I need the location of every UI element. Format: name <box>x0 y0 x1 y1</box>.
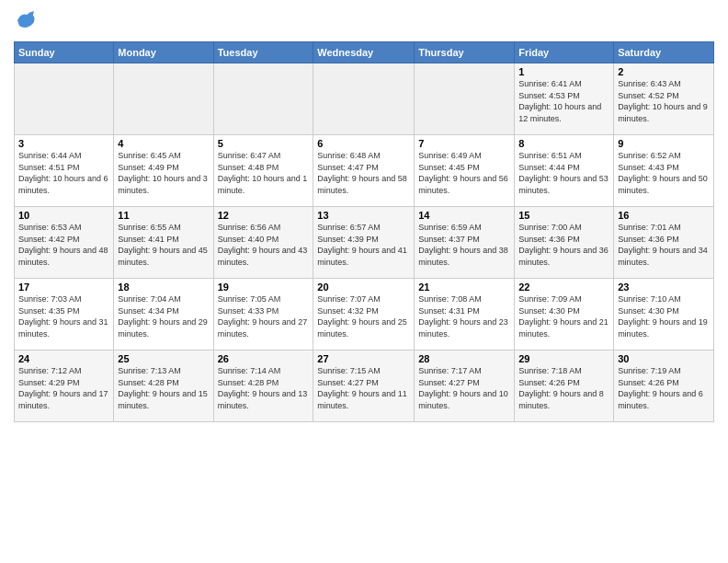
day-number: 18 <box>118 282 209 293</box>
logo <box>14 9 36 34</box>
day-info: Sunrise: 7:12 AMSunset: 4:29 PMDaylight:… <box>18 366 108 410</box>
day-info: Sunrise: 6:53 AMSunset: 4:42 PMDaylight:… <box>18 223 108 267</box>
logo-icon <box>16 9 36 29</box>
day-number: 14 <box>418 210 510 221</box>
day-info: Sunrise: 7:08 AMSunset: 4:31 PMDaylight:… <box>418 294 508 339</box>
day-info: Sunrise: 7:19 AMSunset: 4:26 PMDaylight:… <box>618 366 703 410</box>
calendar-cell: 13Sunrise: 6:57 AMSunset: 4:39 PMDayligh… <box>313 207 415 279</box>
week-row-2: 3Sunrise: 6:44 AMSunset: 4:51 PMDaylight… <box>15 135 714 207</box>
calendar-cell: 18Sunrise: 7:04 AMSunset: 4:34 PMDayligh… <box>114 279 213 350</box>
calendar-cell <box>15 63 114 135</box>
week-row-5: 24Sunrise: 7:12 AMSunset: 4:29 PMDayligh… <box>15 350 714 422</box>
day-number: 8 <box>518 138 609 149</box>
logo-text <box>14 9 36 34</box>
calendar-cell: 5Sunrise: 6:47 AMSunset: 4:48 PMDaylight… <box>213 135 313 207</box>
weekday-saturday: Saturday <box>614 42 714 63</box>
weekday-thursday: Thursday <box>415 42 515 63</box>
day-info: Sunrise: 6:52 AMSunset: 4:43 PMDaylight:… <box>618 151 708 195</box>
day-number: 12 <box>218 210 310 221</box>
day-info: Sunrise: 6:51 AMSunset: 4:44 PMDaylight:… <box>518 151 609 195</box>
calendar-cell: 21Sunrise: 7:08 AMSunset: 4:31 PMDayligh… <box>415 279 515 350</box>
weekday-monday: Monday <box>114 42 213 63</box>
day-number: 24 <box>18 353 109 364</box>
day-info: Sunrise: 7:00 AMSunset: 4:36 PMDaylight:… <box>518 223 609 267</box>
day-number: 16 <box>618 210 710 221</box>
weekday-sunday: Sunday <box>15 42 114 63</box>
day-info: Sunrise: 7:09 AMSunset: 4:30 PMDaylight:… <box>518 294 609 339</box>
calendar-cell: 19Sunrise: 7:05 AMSunset: 4:33 PMDayligh… <box>213 279 313 350</box>
day-info: Sunrise: 6:41 AMSunset: 4:53 PMDaylight:… <box>518 79 601 123</box>
calendar-cell: 29Sunrise: 7:18 AMSunset: 4:26 PMDayligh… <box>515 350 614 422</box>
day-number: 19 <box>218 282 310 293</box>
calendar-cell: 9Sunrise: 6:52 AMSunset: 4:43 PMDaylight… <box>614 135 714 207</box>
day-number: 13 <box>317 210 410 221</box>
calendar-cell: 24Sunrise: 7:12 AMSunset: 4:29 PMDayligh… <box>15 350 114 422</box>
day-info: Sunrise: 6:45 AMSunset: 4:49 PMDaylight:… <box>118 151 208 195</box>
day-info: Sunrise: 7:13 AMSunset: 4:28 PMDaylight:… <box>118 366 208 410</box>
weekday-header-row: SundayMondayTuesdayWednesdayThursdayFrid… <box>15 42 714 63</box>
day-info: Sunrise: 7:17 AMSunset: 4:27 PMDaylight:… <box>418 366 508 410</box>
day-number: 23 <box>618 282 710 293</box>
day-info: Sunrise: 7:03 AMSunset: 4:35 PMDaylight:… <box>18 294 108 339</box>
day-number: 1 <box>518 66 609 77</box>
page-header <box>14 9 714 34</box>
calendar-cell: 30Sunrise: 7:19 AMSunset: 4:26 PMDayligh… <box>614 350 714 422</box>
day-number: 3 <box>18 138 109 149</box>
calendar-cell: 14Sunrise: 6:59 AMSunset: 4:37 PMDayligh… <box>415 207 515 279</box>
day-info: Sunrise: 7:01 AMSunset: 4:36 PMDaylight:… <box>618 223 708 267</box>
day-info: Sunrise: 6:55 AMSunset: 4:41 PMDaylight:… <box>118 223 208 267</box>
calendar-cell: 8Sunrise: 6:51 AMSunset: 4:44 PMDaylight… <box>515 135 614 207</box>
day-info: Sunrise: 7:05 AMSunset: 4:33 PMDaylight:… <box>218 294 308 339</box>
calendar-cell: 26Sunrise: 7:14 AMSunset: 4:28 PMDayligh… <box>213 350 313 422</box>
day-info: Sunrise: 7:04 AMSunset: 4:34 PMDaylight:… <box>118 294 208 339</box>
day-number: 7 <box>418 138 510 149</box>
day-number: 20 <box>317 282 410 293</box>
page-container: SundayMondayTuesdayWednesdayThursdayFrid… <box>0 0 728 431</box>
day-info: Sunrise: 6:49 AMSunset: 4:45 PMDaylight:… <box>418 151 508 195</box>
weekday-wednesday: Wednesday <box>313 42 415 63</box>
calendar-cell: 12Sunrise: 6:56 AMSunset: 4:40 PMDayligh… <box>213 207 313 279</box>
day-number: 5 <box>218 138 310 149</box>
day-info: Sunrise: 6:57 AMSunset: 4:39 PMDaylight:… <box>317 223 407 267</box>
calendar-cell <box>213 63 313 135</box>
calendar-cell: 25Sunrise: 7:13 AMSunset: 4:28 PMDayligh… <box>114 350 213 422</box>
day-number: 28 <box>418 353 510 364</box>
week-row-1: 1Sunrise: 6:41 AMSunset: 4:53 PMDaylight… <box>15 63 714 135</box>
calendar-cell <box>114 63 213 135</box>
calendar-cell <box>313 63 415 135</box>
day-info: Sunrise: 7:14 AMSunset: 4:28 PMDaylight:… <box>218 366 308 410</box>
day-number: 21 <box>418 282 510 293</box>
calendar-cell: 7Sunrise: 6:49 AMSunset: 4:45 PMDaylight… <box>415 135 515 207</box>
calendar-cell: 1Sunrise: 6:41 AMSunset: 4:53 PMDaylight… <box>515 63 614 135</box>
day-info: Sunrise: 7:18 AMSunset: 4:26 PMDaylight:… <box>518 366 604 410</box>
calendar-cell: 22Sunrise: 7:09 AMSunset: 4:30 PMDayligh… <box>515 279 614 350</box>
day-number: 9 <box>618 138 710 149</box>
calendar-cell: 4Sunrise: 6:45 AMSunset: 4:49 PMDaylight… <box>114 135 213 207</box>
calendar-cell: 11Sunrise: 6:55 AMSunset: 4:41 PMDayligh… <box>114 207 213 279</box>
calendar-cell: 23Sunrise: 7:10 AMSunset: 4:30 PMDayligh… <box>614 279 714 350</box>
day-number: 11 <box>118 210 209 221</box>
calendar-cell: 6Sunrise: 6:48 AMSunset: 4:47 PMDaylight… <box>313 135 415 207</box>
weekday-friday: Friday <box>515 42 614 63</box>
calendar-cell: 28Sunrise: 7:17 AMSunset: 4:27 PMDayligh… <box>415 350 515 422</box>
day-info: Sunrise: 6:48 AMSunset: 4:47 PMDaylight:… <box>317 151 407 195</box>
calendar-cell: 27Sunrise: 7:15 AMSunset: 4:27 PMDayligh… <box>313 350 415 422</box>
day-number: 25 <box>118 353 209 364</box>
day-number: 2 <box>618 66 710 77</box>
week-row-4: 17Sunrise: 7:03 AMSunset: 4:35 PMDayligh… <box>15 279 714 350</box>
calendar-cell: 20Sunrise: 7:07 AMSunset: 4:32 PMDayligh… <box>313 279 415 350</box>
day-number: 15 <box>518 210 609 221</box>
day-number: 6 <box>317 138 410 149</box>
day-number: 17 <box>18 282 109 293</box>
calendar-table: SundayMondayTuesdayWednesdayThursdayFrid… <box>14 41 714 422</box>
week-row-3: 10Sunrise: 6:53 AMSunset: 4:42 PMDayligh… <box>15 207 714 279</box>
day-number: 22 <box>518 282 609 293</box>
day-info: Sunrise: 6:43 AMSunset: 4:52 PMDaylight:… <box>618 79 708 123</box>
day-number: 27 <box>317 353 410 364</box>
day-info: Sunrise: 7:10 AMSunset: 4:30 PMDaylight:… <box>618 294 708 339</box>
day-info: Sunrise: 7:15 AMSunset: 4:27 PMDaylight:… <box>317 366 407 410</box>
day-number: 10 <box>18 210 109 221</box>
weekday-tuesday: Tuesday <box>213 42 313 63</box>
calendar-cell: 2Sunrise: 6:43 AMSunset: 4:52 PMDaylight… <box>614 63 714 135</box>
day-info: Sunrise: 6:47 AMSunset: 4:48 PMDaylight:… <box>218 151 308 195</box>
